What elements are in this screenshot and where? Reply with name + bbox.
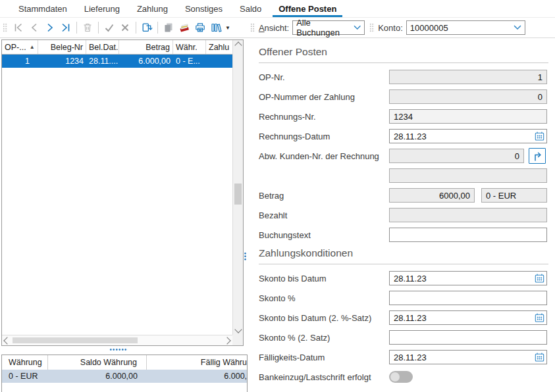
trash-icon	[82, 22, 93, 33]
scroll-left-button[interactable]	[2, 335, 13, 345]
rechnungs-nr-label: Rechnungs-Nr.	[259, 112, 389, 122]
tab-lieferung[interactable]: Lieferung	[76, 0, 128, 17]
chevron-down-icon	[234, 326, 242, 333]
skonto-prozent-field[interactable]	[389, 291, 547, 305]
chevron-down-icon	[514, 25, 521, 30]
print-button[interactable]	[192, 20, 208, 36]
ansicht-select[interactable]: Alle Buchungen	[292, 20, 365, 35]
column-header-waehrung[interactable]: Währ.	[173, 40, 206, 54]
abw-kunden-jump-button[interactable]	[529, 148, 546, 164]
form-row: Rechnungs-Nr.	[259, 109, 548, 124]
toolbar-drag-handle[interactable]	[3, 23, 8, 32]
scroll-down-button[interactable]	[233, 324, 243, 335]
column-header-zahlung[interactable]: Zahlu	[206, 40, 232, 54]
betrag-field	[389, 188, 475, 203]
vertical-scrollbar-thumb[interactable]	[234, 184, 242, 205]
chevron-down-icon	[354, 25, 361, 30]
confirm-button[interactable]	[101, 20, 117, 36]
column-header-saldo-waehrung[interactable]: Saldo Währung	[48, 355, 147, 370]
column-header-label: Betrag	[145, 43, 170, 52]
column-header-faellig-waehrung[interactable]: Fällig Währu	[147, 355, 248, 370]
table-row-selected[interactable]: 1 1234 28.11.... 6.000,00 0 - E...	[2, 55, 232, 68]
skonto-prozent-2-field[interactable]	[389, 330, 547, 345]
column-header-label: Zahlu	[209, 43, 229, 52]
form-row: Betrag	[259, 188, 548, 203]
tab-saldo[interactable]: Saldo	[231, 0, 270, 17]
skonto-prozent-2-label: Skonto % (2. Satz)	[259, 333, 389, 343]
cell-betrag: 6.000,00	[119, 55, 173, 68]
ansicht-group-handle[interactable]	[250, 23, 255, 32]
copy-icon	[163, 22, 174, 33]
op-nummer-zahlung-label: OP-Nummer der Zahlung	[259, 92, 389, 102]
vertical-scrollbar[interactable]	[232, 40, 243, 335]
column-header-betrag[interactable]: Betrag	[119, 40, 173, 54]
faelligkeits-datum-label: Fälligkeits-Datum	[259, 353, 389, 362]
horizontal-scrollbar-thumb[interactable]	[13, 337, 138, 343]
form-row: Skonto bis Datum	[259, 271, 548, 285]
calendar-icon	[534, 352, 545, 362]
previous-record-icon	[29, 22, 40, 33]
rechnungs-datum-field[interactable]	[389, 129, 547, 143]
buchungstext-field[interactable]	[389, 228, 547, 242]
first-record-icon	[13, 22, 24, 33]
form-row: Fälligkeits-Datum	[259, 350, 548, 364]
scrollbar-corner	[232, 335, 243, 345]
form-row: Skonto bis Datum (2. %-Satz)	[259, 310, 548, 325]
rechnungs-nr-field[interactable]	[389, 109, 547, 124]
konto-combobox[interactable]: 10000005	[406, 20, 525, 35]
cell-op-nr: 1	[2, 55, 38, 68]
skonto-bis-datum-field[interactable]	[389, 271, 547, 285]
cell-saldo: 6.000,00	[48, 370, 147, 383]
column-header-label: Beleg-Nr	[51, 43, 83, 52]
rechnungs-datum-calendar-button[interactable]	[533, 130, 546, 142]
horizontal-scrollbar[interactable]	[2, 335, 232, 345]
copy-button[interactable]	[161, 20, 176, 36]
scroll-right-button[interactable]	[222, 335, 232, 345]
scroll-up-button[interactable]	[233, 40, 243, 51]
tab-offene-posten[interactable]: Offene Posten	[270, 0, 345, 17]
calendar-icon	[534, 312, 545, 323]
reports-dropdown-caret-icon[interactable]: ▼	[225, 25, 230, 31]
ansicht-label-rest: nsicht:	[265, 23, 290, 33]
betrag-label: Betrag	[259, 191, 389, 201]
section-title-zahlungskonditionen: Zahlungskonditionen	[259, 247, 548, 264]
open-items-table: OP-...▲ Beleg-Nr Bel.Dat. Betrag Währ. Z…	[1, 39, 244, 346]
toolbar-separator	[136, 22, 136, 34]
column-header-beleg-nr[interactable]: Beleg-Nr	[38, 40, 86, 54]
column-header-bel-dat[interactable]: Bel.Dat.	[86, 40, 119, 54]
form-row: OP-Nr.	[259, 70, 548, 84]
cell-bel-dat: 28.11....	[86, 55, 119, 68]
tab-zahlung[interactable]: Zahlung	[128, 0, 176, 17]
skonto-bis-datum-2-field[interactable]	[389, 310, 547, 325]
faelligkeits-datum-field[interactable]	[389, 350, 547, 364]
column-header-label: Währ.	[176, 43, 198, 52]
skonto-bis-datum-2-calendar-button[interactable]	[533, 312, 546, 324]
checkmark-icon	[104, 22, 115, 33]
saldo-row-selected[interactable]: 0 - EUR 6.000,00 6.000,00	[2, 370, 247, 383]
tab-stammdaten[interactable]: Stammdaten	[10, 0, 76, 17]
buchungstext-label: Buchungstext	[259, 230, 389, 240]
faelligkeits-datum-calendar-button[interactable]	[533, 351, 546, 363]
skonto-bis-datum-calendar-button[interactable]	[533, 272, 546, 284]
form-row: Buchungstext	[259, 228, 548, 242]
vertical-splitter-handle[interactable]	[244, 252, 247, 261]
sort-asc-icon: ▲	[30, 44, 35, 50]
column-header-op-nr[interactable]: OP-...▲	[2, 40, 38, 54]
ansicht-label-mnemonic: A	[259, 23, 265, 33]
post-button[interactable]	[139, 20, 155, 36]
horizontal-splitter-handle[interactable]	[109, 348, 128, 351]
column-header-label: OP-...	[5, 43, 26, 52]
last-record-button[interactable]	[58, 20, 74, 36]
op-nr-field	[389, 70, 547, 84]
reports-button[interactable]	[208, 20, 224, 36]
next-record-button[interactable]	[42, 20, 58, 36]
card-file-button[interactable]	[176, 20, 192, 36]
bankeinzug-label: Bankeinzug/Lastschrift erfolgt	[259, 372, 389, 382]
cancel-button[interactable]	[117, 20, 133, 36]
konto-group-handle[interactable]	[369, 23, 375, 32]
form-row: OP-Nummer der Zahlung	[259, 89, 548, 104]
tab-sonstiges[interactable]: Sonstiges	[176, 0, 231, 17]
column-header-waehrung[interactable]: Währung	[2, 355, 48, 370]
bezahlt-label: Bezahlt	[259, 210, 389, 220]
bankeinzug-toggle[interactable]	[389, 371, 413, 383]
